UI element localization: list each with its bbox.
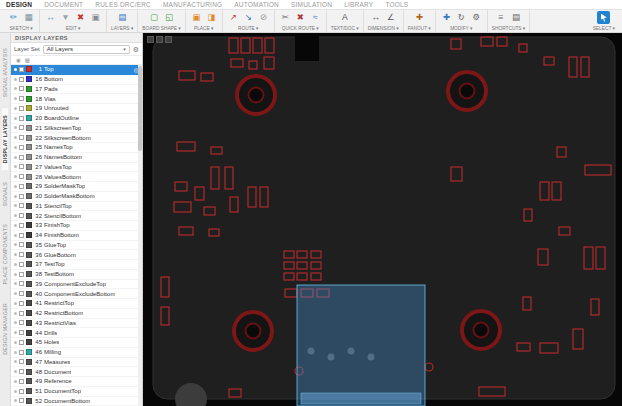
menu-tab-library[interactable]: LIBRARY bbox=[344, 1, 373, 8]
layer-checkbox[interactable] bbox=[19, 86, 24, 91]
route-auto-icon[interactable]: ⊘ bbox=[257, 11, 270, 24]
layer-color-swatch[interactable] bbox=[26, 378, 32, 384]
layer-visibility-dot[interactable] bbox=[14, 87, 17, 90]
layer-row-38[interactable]: 38TestBottom bbox=[11, 270, 142, 280]
layer-color-swatch[interactable] bbox=[26, 349, 32, 355]
layer-visibility-dot[interactable] bbox=[14, 165, 17, 168]
modify-move-icon[interactable]: ✚ bbox=[440, 11, 453, 24]
settings-icon[interactable]: ⚙ bbox=[470, 11, 483, 24]
layer-visibility-dot[interactable] bbox=[14, 204, 17, 207]
delete-icon[interactable]: ✖ bbox=[74, 11, 87, 24]
layer-color-swatch[interactable] bbox=[26, 174, 32, 180]
dimension-icon[interactable]: ↔ bbox=[369, 11, 382, 24]
layer-row-46[interactable]: 46Milling bbox=[11, 348, 142, 358]
layer-visibility-dot[interactable] bbox=[14, 126, 17, 129]
menu-tab-manufacturing[interactable]: MANUFACTURING bbox=[163, 1, 222, 8]
layer-visibility-dot[interactable] bbox=[14, 331, 17, 334]
layer-color-swatch[interactable] bbox=[26, 281, 32, 287]
layer-color-swatch[interactable] bbox=[26, 86, 32, 92]
menu-tab-simulation[interactable]: SIMULATION bbox=[291, 1, 332, 8]
layer-checkbox[interactable] bbox=[19, 252, 24, 257]
layer-checkbox[interactable] bbox=[19, 369, 24, 374]
layer-visibility-dot[interactable] bbox=[14, 253, 17, 256]
side-tab-signal-analysis[interactable]: SIGNAL ANALYSIS bbox=[2, 41, 8, 104]
layer-visibility-dot[interactable] bbox=[14, 351, 17, 354]
shortcuts-menu-icon[interactable]: ≡ bbox=[495, 11, 508, 24]
layer-row-27[interactable]: 27ValuesTop bbox=[11, 163, 142, 173]
layer-checkbox[interactable] bbox=[19, 203, 24, 208]
layer-visibility-dot[interactable] bbox=[14, 360, 17, 363]
layer-color-swatch[interactable] bbox=[26, 183, 32, 189]
layer-list-scrollbar[interactable] bbox=[138, 65, 142, 406]
layer-color-swatch[interactable] bbox=[26, 300, 32, 306]
layer-visibility-dot[interactable] bbox=[14, 312, 17, 315]
selection-highlight[interactable] bbox=[297, 285, 425, 406]
layer-row-48[interactable]: 48Document bbox=[11, 367, 142, 377]
toolbar-group-label-fanout[interactable]: FANOUT ▾ bbox=[408, 26, 431, 31]
layer-color-swatch[interactable] bbox=[26, 135, 32, 141]
toolbar-group-label-shortcuts[interactable]: SHORTCUTS ▾ bbox=[492, 26, 526, 31]
layer-visibility-dot[interactable] bbox=[14, 136, 17, 139]
layer-visibility-dot[interactable] bbox=[14, 282, 17, 285]
layer-row-39[interactable]: 39ComponentExcludeTop bbox=[11, 280, 142, 290]
layer-row-45[interactable]: 45Holes bbox=[11, 338, 142, 348]
layer-checkbox[interactable] bbox=[19, 330, 24, 335]
text-icon[interactable]: A bbox=[338, 11, 351, 24]
shortcuts-panel-icon[interactable]: ▤ bbox=[510, 11, 523, 24]
layer-visibility-dot[interactable] bbox=[14, 370, 17, 373]
layer-visibility-dot[interactable] bbox=[14, 97, 17, 100]
layer-row-31[interactable]: 31StencilTop bbox=[11, 202, 142, 212]
layer-visibility-dot[interactable] bbox=[14, 321, 17, 324]
layer-checkbox[interactable] bbox=[19, 281, 24, 286]
layer-visibility-dot[interactable] bbox=[14, 185, 17, 188]
layer-color-swatch[interactable] bbox=[26, 96, 32, 102]
layer-row-36[interactable]: 36GlueBottom bbox=[11, 250, 142, 260]
layer-checkbox[interactable] bbox=[19, 311, 24, 316]
layer-row-47[interactable]: 47Measures bbox=[11, 358, 142, 368]
layer-color-swatch[interactable] bbox=[26, 66, 32, 72]
place-component-icon[interactable]: ▣ bbox=[190, 11, 203, 24]
layer-color-swatch[interactable] bbox=[26, 242, 32, 248]
layer-visibility-dot[interactable] bbox=[14, 195, 17, 198]
layer-checkbox[interactable] bbox=[19, 116, 24, 121]
layer-color-swatch[interactable] bbox=[26, 369, 32, 375]
ripup-icon[interactable]: ✂ bbox=[279, 11, 292, 24]
layer-visibility-dot[interactable] bbox=[14, 146, 17, 149]
layer-row-35[interactable]: 35GlueTop bbox=[11, 241, 142, 251]
layer-checkbox[interactable] bbox=[19, 223, 24, 228]
layer-visibility-dot[interactable] bbox=[14, 243, 17, 246]
menu-tab-document[interactable]: DOCUMENT bbox=[44, 1, 83, 8]
layer-color-swatch[interactable] bbox=[26, 339, 32, 345]
layer-checkbox[interactable] bbox=[19, 359, 24, 364]
layer-color-swatch[interactable] bbox=[26, 115, 32, 121]
layer-checkbox[interactable] bbox=[19, 145, 24, 150]
layer-checkbox[interactable] bbox=[19, 174, 24, 179]
layer-row-17[interactable]: 17Pads bbox=[11, 85, 142, 95]
layer-row-22[interactable]: 22SilkscreenBottom bbox=[11, 133, 142, 143]
layer-checkbox[interactable] bbox=[19, 379, 24, 384]
pcb-canvas[interactable] bbox=[143, 33, 622, 406]
layer-row-30[interactable]: 30SolderMaskBottom bbox=[11, 192, 142, 202]
sketch-grid-icon[interactable]: ▦ bbox=[22, 11, 35, 24]
layer-color-swatch[interactable] bbox=[26, 232, 32, 238]
layer-color-swatch[interactable] bbox=[26, 330, 32, 336]
layer-row-33[interactable]: 33FinishTop bbox=[11, 221, 142, 231]
board-corner-icon[interactable]: ◱ bbox=[163, 11, 176, 24]
layer-visibility-dot[interactable] bbox=[14, 399, 17, 402]
layer-color-swatch[interactable] bbox=[26, 213, 32, 219]
layer-visibility-dot[interactable] bbox=[14, 78, 17, 81]
side-tab-design-manager[interactable]: DESIGN MANAGER bbox=[2, 296, 8, 362]
layer-color-swatch[interactable] bbox=[26, 76, 32, 82]
layer-visibility-dot[interactable] bbox=[14, 214, 17, 217]
menu-tab-tools[interactable]: TOOLS bbox=[385, 1, 408, 8]
toolbar-group-label-sketch[interactable]: SKETCH ▾ bbox=[7, 26, 35, 31]
layer-row-49[interactable]: 49Reference bbox=[11, 377, 142, 387]
layer-row-29[interactable]: 29SolderMaskTop bbox=[11, 182, 142, 192]
gear-icon[interactable]: ⚙ bbox=[133, 46, 139, 53]
layer-checkbox[interactable] bbox=[19, 291, 24, 296]
layer-row-25[interactable]: 25NamesTop bbox=[11, 143, 142, 153]
layer-color-swatch[interactable] bbox=[26, 388, 32, 394]
rotate-icon[interactable]: ↻ bbox=[455, 11, 468, 24]
menu-tab-design[interactable]: DESIGN bbox=[6, 1, 32, 8]
layer-checkbox[interactable] bbox=[19, 77, 24, 82]
